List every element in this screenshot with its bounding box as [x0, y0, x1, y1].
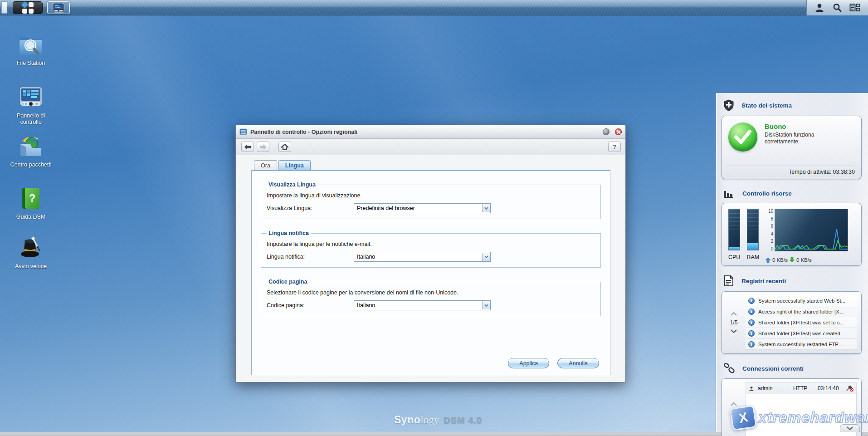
forward-arrow-icon	[259, 144, 267, 150]
upload-arrow-icon	[766, 257, 770, 263]
info-icon: i	[748, 309, 755, 315]
back-arrow-icon	[244, 144, 251, 150]
resource-monitor-card: CPU RAM 10 8 6 4 2 0	[722, 203, 862, 266]
network-graph-yaxis: 10 8 6 4 2 0	[768, 209, 775, 251]
field-label: Lingua notifica:	[267, 254, 354, 260]
download-rate: 0 KB/s	[796, 257, 812, 263]
user-icon[interactable]	[814, 3, 824, 13]
disconnect-icon[interactable]	[846, 386, 853, 392]
chevron-down-icon[interactable]	[482, 301, 490, 309]
taskbar-right-section	[806, 0, 868, 15]
cancel-button[interactable]: Annulla	[557, 358, 599, 368]
connection-time: 03:14:40	[818, 385, 843, 392]
shield-icon	[723, 99, 734, 111]
field-description: Selezionare il codice pagine per la conv…	[267, 289, 595, 296]
tab-panel-lingua: Visualizza Lingua Impostare la lingua di…	[251, 170, 610, 375]
network-graph-plot	[775, 209, 848, 251]
desktop-icon-label: File Station	[17, 60, 45, 66]
taskbar-item-control-panel[interactable]	[47, 1, 70, 14]
field-label: Visualizza Lingua:	[267, 205, 354, 211]
log-list: iSystem successfully started Web St... i…	[746, 295, 857, 350]
widget-title: Stato del sistema	[741, 102, 792, 109]
desktop-icon-label: Pannello di controllo	[5, 113, 56, 125]
widget-title: Controllo risorse	[742, 190, 792, 197]
minimize-button[interactable]	[603, 128, 610, 135]
main-menu-button[interactable]	[13, 1, 43, 14]
field-description: Impostare la lingua di visualizzazione.	[267, 192, 595, 199]
brand-text: logy	[420, 414, 439, 426]
resource-monitor-header: Controllo risorse	[716, 182, 868, 202]
watermark-text: xtremehardware.it	[758, 409, 868, 426]
connection-protocol: HTTP	[793, 385, 814, 392]
log-row[interactable]: iSystem successfully restarted FTP...	[746, 339, 857, 350]
bar-chart-icon	[723, 188, 735, 198]
window-icon	[239, 128, 247, 135]
field-label: Codice pagina:	[267, 302, 354, 309]
dialog-button-row: Applica Annulla	[508, 358, 599, 368]
control-panel-icon	[53, 3, 64, 13]
logs-pager: 1/5	[722, 295, 746, 350]
select-value: Italiano	[357, 254, 375, 260]
tab-bar: Ora Lingua	[254, 160, 311, 170]
fieldset-legend: Codice pagina	[267, 279, 309, 285]
desktop-icon-package-center[interactable]: Centro pacchetti	[5, 132, 56, 168]
fieldset-notification-language: Lingua notifica Impostare la lingua per …	[261, 230, 601, 268]
upload-rate: 0 KB/s	[772, 257, 788, 263]
logs-page-indicator: 1/5	[730, 319, 738, 326]
apply-button[interactable]: Applica	[508, 358, 549, 368]
window-titlebar[interactable]: Pannello di controllo - Opzioni regional…	[236, 125, 625, 139]
system-health-card: Buono DiskStation funziona correttamente…	[722, 116, 862, 179]
chevron-down-icon[interactable]	[482, 204, 490, 212]
chevron-down-icon[interactable]	[482, 253, 490, 261]
forward-button[interactable]	[257, 142, 269, 152]
tab-lingua[interactable]: Lingua	[278, 160, 311, 170]
display-language-select[interactable]: Predefinita del browser	[354, 203, 491, 213]
dsm-help-icon: ?	[20, 184, 42, 210]
uptime-text: Tempo di attività: 03:38:30	[728, 166, 855, 175]
desktop-icon-label: Avvio veloce	[15, 263, 47, 269]
log-row[interactable]: iShared folder [XHTest] was set to s...	[746, 317, 857, 328]
log-row[interactable]: iSystem successfully started Web St...	[746, 295, 857, 306]
search-icon[interactable]	[832, 3, 842, 13]
select-value: Italiano	[357, 302, 375, 309]
info-icon: i	[748, 298, 755, 304]
info-icon: i	[748, 330, 755, 337]
connections-header: Connessioni correnti	[716, 357, 868, 377]
page-up-icon[interactable]	[731, 402, 737, 406]
close-icon[interactable]	[615, 128, 622, 135]
download-arrow-icon	[790, 257, 795, 263]
page-up-icon[interactable]	[731, 312, 737, 316]
dsm-desktop: File Station Pannello di controllo	[0, 0, 868, 436]
taskbar	[0, 0, 868, 15]
network-graph: 10 8 6 4 2 0	[768, 209, 848, 263]
pilot-view-icon[interactable]	[849, 3, 860, 13]
log-row[interactable]: iAccess right of the shared folder [X...	[746, 306, 857, 317]
page-down-icon[interactable]	[731, 329, 737, 333]
widget-title: Registri recenti	[741, 278, 786, 284]
file-station-icon	[18, 30, 44, 56]
widget-panel: Stato del sistema Buono DiskStation funz…	[716, 93, 868, 432]
tab-ora[interactable]: Ora	[254, 160, 277, 170]
field-description: Impostare la lingua per le notifiche e-m…	[267, 241, 595, 247]
status-ok-icon	[728, 122, 757, 152]
help-button[interactable]: ?	[608, 142, 621, 152]
ram-label: RAM	[746, 254, 759, 260]
recent-logs-header: Registri recenti	[716, 269, 868, 290]
recent-logs-card: 1/5 iSystem successfully started Web St.…	[722, 291, 862, 354]
desktop-icon-file-station[interactable]: File Station	[5, 30, 56, 66]
connection-row[interactable]: admin HTTP 03:14:40	[746, 383, 856, 394]
svg-text:?: ?	[29, 192, 36, 204]
control-panel-window: Pannello di controllo - Opzioni regional…	[235, 125, 626, 382]
show-desktop-button[interactable]	[1, 1, 7, 14]
codepage-select[interactable]: Italiano	[354, 300, 491, 310]
desktop-icon-quick-start[interactable]: Avvio veloce	[5, 233, 56, 269]
home-button[interactable]	[278, 142, 291, 152]
notification-language-select[interactable]: Italiano	[354, 252, 491, 262]
package-center-icon	[18, 132, 44, 158]
log-row[interactable]: iShared folder [XHTest] was created.	[746, 328, 857, 339]
log-document-icon	[723, 275, 734, 287]
desktop-icon-dsm-help[interactable]: ? Guida DSM	[5, 184, 56, 220]
cpu-gauge	[728, 209, 740, 250]
back-button[interactable]	[241, 142, 254, 152]
desktop-icon-control-panel[interactable]: Pannello di controllo	[5, 83, 56, 125]
